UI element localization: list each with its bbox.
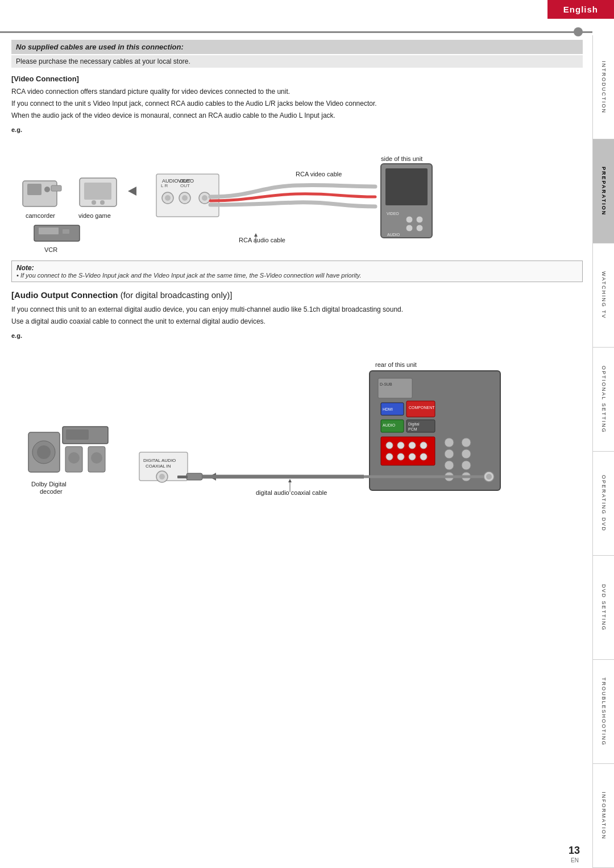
svg-point-92 <box>486 474 492 480</box>
svg-text:RCA video cable: RCA video cable <box>296 171 342 177</box>
svg-text:camcorder: camcorder <box>26 212 55 219</box>
svg-rect-47 <box>66 429 89 440</box>
svg-point-79 <box>386 453 393 460</box>
svg-point-87 <box>445 461 454 470</box>
svg-marker-10 <box>128 187 136 196</box>
svg-text:decoder: decoder <box>40 488 63 495</box>
svg-point-41 <box>37 445 51 459</box>
svg-point-80 <box>397 453 404 460</box>
note-title: Note: <box>16 264 578 272</box>
sidebar-operating-dvd: OPERATING DVD <box>593 452 614 556</box>
svg-rect-31 <box>385 168 428 205</box>
sidebar-introduction: INTRODUCTION <box>593 35 614 139</box>
svg-text:HDMI: HDMI <box>383 407 393 411</box>
svg-rect-74 <box>381 437 435 465</box>
svg-point-83 <box>445 438 454 447</box>
svg-text:COMPONENT: COMPONENT <box>409 406 435 410</box>
svg-point-35 <box>406 225 413 232</box>
svg-point-8 <box>100 200 105 205</box>
audio-body-2: Use a digital audio coaxial cable to con… <box>11 316 583 326</box>
svg-marker-29 <box>254 233 258 237</box>
svg-rect-1 <box>51 185 61 191</box>
warning-subtitle: Please purchase the necessary cables at … <box>11 55 583 68</box>
svg-point-25 <box>202 195 208 201</box>
svg-text:PCM: PCM <box>408 427 417 431</box>
video-eg-label: e.g. <box>11 126 583 133</box>
warning-title: No supplied cables are used in this conn… <box>16 43 184 51</box>
video-body-3: When the audio jack of the video device … <box>11 110 583 121</box>
audio-diagram-area: e.g. Dolby Digital decoder DIGITAL AUDIO… <box>11 332 583 501</box>
svg-text:VCR: VCR <box>44 246 57 253</box>
svg-text:AUDIO: AUDIO <box>383 423 396 427</box>
svg-point-34 <box>416 216 423 223</box>
svg-point-33 <box>406 216 413 223</box>
note-box: Note: • If you connect to the S-Video In… <box>11 261 583 282</box>
svg-point-45 <box>91 452 102 464</box>
svg-point-82 <box>420 453 427 460</box>
svg-rect-63 <box>378 378 412 398</box>
svg-text:side of this unit: side of this unit <box>381 155 422 162</box>
svg-text:Digital: Digital <box>408 422 420 427</box>
sidebar-troubleshooting: TROUBLESHOOTING <box>593 660 614 764</box>
video-body-2: If you connect to the unit s Video Input… <box>11 98 583 109</box>
svg-text:L        R: L R <box>161 183 168 188</box>
svg-text:COAXIAL IN: COAXIAL IN <box>146 464 171 469</box>
svg-point-43 <box>68 452 80 464</box>
sidebar-information: INFORMATION <box>593 764 614 868</box>
note-text: • If you connect to the S-Video Input ja… <box>16 272 578 279</box>
audio-connection-heading: [Audio Output Connection (for digital br… <box>11 290 583 300</box>
audio-eg-label: e.g. <box>11 332 583 339</box>
svg-point-76 <box>397 442 404 449</box>
top-rule-circle <box>574 27 583 36</box>
svg-point-85 <box>445 449 454 458</box>
video-diagram-area: e.g. camcorder video game VCR AUDIO OUT <box>11 126 583 255</box>
sidebar-preparation: PREPARATION <box>593 139 614 243</box>
svg-point-75 <box>386 442 393 449</box>
svg-text:DIGITAL AUDIO: DIGITAL AUDIO <box>143 458 176 463</box>
warning-banner: No supplied cables are used in this conn… <box>11 40 583 54</box>
svg-point-77 <box>409 442 416 449</box>
svg-point-7 <box>92 200 96 205</box>
svg-rect-56 <box>177 476 188 478</box>
sidebar-watching-tv: WATCHING TV <box>593 243 614 348</box>
svg-point-36 <box>416 225 423 232</box>
video-connection-heading: [Video Connection] <box>11 75 583 83</box>
svg-rect-13 <box>63 229 69 234</box>
svg-rect-6 <box>84 183 111 200</box>
svg-marker-60 <box>288 479 292 482</box>
page-number: 13 <box>569 845 580 857</box>
svg-text:digital audio coaxial cable: digital audio coaxial cable <box>256 489 327 496</box>
svg-rect-55 <box>186 473 202 480</box>
svg-point-78 <box>420 442 427 449</box>
video-connection-diagram: camcorder video game VCR AUDIO OUT VIDEO… <box>11 135 523 255</box>
svg-rect-2 <box>27 184 42 195</box>
sidebar-optional-setting: OPTIONAL SETTING <box>593 348 614 452</box>
svg-point-81 <box>409 453 416 460</box>
svg-text:RCA audio cable: RCA audio cable <box>239 237 285 243</box>
svg-point-21 <box>165 195 171 201</box>
right-sidebar: INTRODUCTION PREPARATION WATCHING TV OPT… <box>592 35 614 868</box>
audio-connection-diagram: Dolby Digital decoder DIGITAL AUDIO COAX… <box>11 341 523 501</box>
svg-point-3 <box>44 187 50 192</box>
main-content: No supplied cables are used in this conn… <box>11 40 583 845</box>
page-en-label: EN <box>571 857 579 863</box>
svg-rect-12 <box>39 228 59 234</box>
audio-heading-normal: (for digital broadcasting only)] <box>118 290 232 300</box>
language-tab: English <box>547 0 614 19</box>
svg-point-23 <box>182 195 188 201</box>
svg-text:video game: video game <box>78 212 111 219</box>
svg-text:rear of this unit: rear of this unit <box>375 361 417 368</box>
svg-text:OUT: OUT <box>180 183 190 188</box>
sidebar-dvd-setting: DVD SETTING <box>593 556 614 660</box>
audio-heading-bold: [Audio Output Connection <box>11 290 118 300</box>
svg-point-54 <box>159 474 165 480</box>
svg-text:AUDIO: AUDIO <box>387 233 400 237</box>
svg-text:D-SUB: D-SUB <box>380 382 392 386</box>
svg-point-86 <box>462 449 471 458</box>
svg-point-84 <box>462 438 471 447</box>
svg-text:VIDEO: VIDEO <box>387 212 399 216</box>
svg-point-88 <box>462 461 471 470</box>
audio-body-1: If you connect this unit to an external … <box>11 304 583 315</box>
svg-text:Dolby Digital: Dolby Digital <box>31 481 67 487</box>
video-body-1: RCA video connection offers standard pic… <box>11 86 583 97</box>
